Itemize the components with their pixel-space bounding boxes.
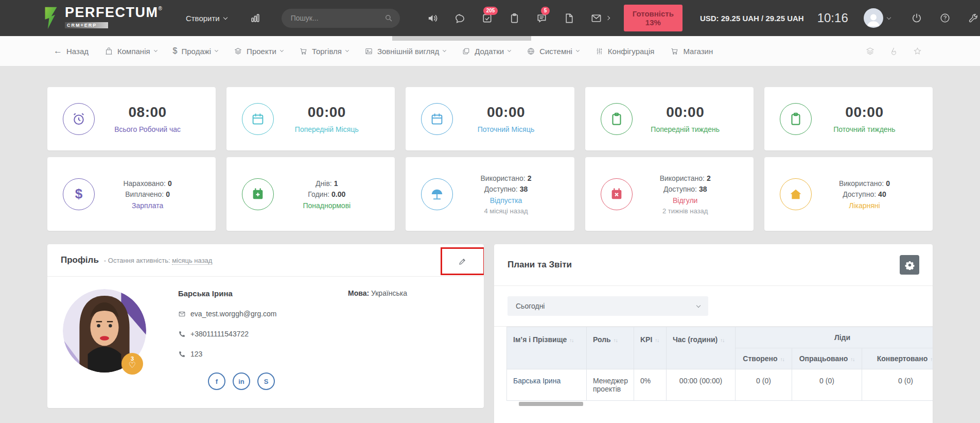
- menu-system[interactable]: Системні: [527, 47, 579, 56]
- profile-phone[interactable]: +38011111543722: [190, 330, 249, 338]
- stat-label[interactable]: Всього Робочий час: [95, 125, 200, 133]
- topbar: PERFECTUM® CRM+ERP Створити 205: [0, 0, 980, 36]
- col-header-converted[interactable]: Конвертовано↑↓: [862, 348, 933, 369]
- menu-sales[interactable]: $Продажі: [173, 46, 218, 56]
- salary-link[interactable]: Зарплата: [132, 201, 163, 210]
- stat-label[interactable]: Поточний Місяць: [453, 125, 558, 133]
- perfectum-logo[interactable]: PERFECTUM® CRM+ERP: [43, 6, 162, 30]
- profile-photo[interactable]: 3♡: [63, 289, 146, 373]
- documents-button[interactable]: [563, 12, 575, 24]
- plans-settings-button[interactable]: [900, 255, 919, 275]
- cart-icon: [670, 47, 679, 56]
- chevron-down-icon: [696, 303, 701, 307]
- row-time: 00:00 (00:00): [667, 369, 736, 401]
- stat-label[interactable]: Попередній тиждень: [633, 125, 738, 133]
- tasks-button[interactable]: 205: [481, 12, 493, 24]
- linkedin-icon[interactable]: in: [233, 373, 250, 390]
- file-icon: [563, 12, 575, 24]
- clipboard-icon: [609, 111, 624, 127]
- menu-trade[interactable]: Торгівля: [299, 47, 348, 56]
- profile-panel: Профіль - Остання активність: місяць наз…: [47, 244, 484, 408]
- edit-profile-button[interactable]: [452, 252, 473, 270]
- create-menu[interactable]: Створити: [186, 14, 227, 23]
- col-header-time[interactable]: Час (години)↑↓: [667, 327, 736, 369]
- stat-card-days-off: Використано:2 Доступно:38 Відгули 2 тижн…: [585, 157, 754, 231]
- menu-company[interactable]: Компанія: [104, 47, 157, 56]
- horizontal-scrollbar[interactable]: [519, 402, 583, 406]
- last-activity-value[interactable]: місяць назад: [172, 257, 212, 265]
- sort-icon: ↑↓: [569, 337, 573, 343]
- stat-label[interactable]: Попередній Місяць: [274, 125, 379, 133]
- search-input[interactable]: [282, 9, 400, 28]
- search-icon[interactable]: [384, 13, 393, 23]
- vacation-link[interactable]: Відпустка: [490, 196, 522, 205]
- settings-tools-button[interactable]: [968, 12, 979, 24]
- col-group-leads: Ліди: [736, 327, 933, 348]
- chat-button[interactable]: [454, 12, 466, 24]
- clipboard-button[interactable]: [509, 12, 520, 24]
- menu-appearance[interactable]: Зовнішній вигляд: [364, 47, 446, 56]
- skype-icon[interactable]: S: [257, 373, 275, 390]
- calendar-icon: [250, 111, 266, 127]
- chevron-down-icon: [215, 48, 218, 52]
- stat-card-overtime: Днів:1 Годин:0.00 Понаднормові: [226, 157, 395, 231]
- period-select[interactable]: Сьогодні: [507, 296, 708, 316]
- likes-badge[interactable]: 3♡: [121, 353, 143, 375]
- stat-card-vacation: Використано:2 Доступно:38 Відпустка 4 мі…: [406, 157, 574, 231]
- facebook-icon[interactable]: f: [208, 373, 225, 390]
- layers-view-button[interactable]: [865, 46, 875, 56]
- readiness-button[interactable]: Готовність 13%: [624, 5, 682, 31]
- stat-label[interactable]: Поточний тиждень: [812, 125, 917, 133]
- sort-icon: ↑↓: [780, 357, 784, 362]
- days-off-link[interactable]: Відгули: [673, 196, 697, 205]
- col-header-name[interactable]: Ім’я і Прізвище↑↓: [507, 327, 587, 369]
- sort-icon: ↑↓: [720, 337, 724, 343]
- overtime-link[interactable]: Понаднормові: [303, 201, 351, 210]
- sick-leave-link[interactable]: Лікарняні: [849, 201, 880, 210]
- user-menu[interactable]: [864, 8, 890, 28]
- stat-value: 00:00: [453, 104, 558, 121]
- plans-title: Плани та Звіти: [507, 260, 572, 270]
- back-button[interactable]: ←Назад: [54, 46, 89, 56]
- calendar-plus-icon: [251, 187, 265, 201]
- table-row: Барська Ірина Менеджер проектів 0% 00:00…: [507, 369, 933, 401]
- days-off-ago: 2 тижнів назад: [633, 207, 738, 215]
- favorites-button[interactable]: [913, 46, 922, 56]
- row-employee-name[interactable]: Барська Ірина: [507, 369, 587, 401]
- col-header-created[interactable]: Створено↑↓: [736, 348, 792, 369]
- mail-button[interactable]: [590, 12, 609, 24]
- dashboard-chart-button[interactable]: [250, 12, 261, 24]
- col-header-kpi[interactable]: KPI↑↓: [634, 327, 667, 369]
- menu-addons[interactable]: Додатки: [462, 47, 511, 56]
- col-header-role[interactable]: Роль↑↓: [587, 327, 634, 369]
- profile-email[interactable]: eva_test.worggh@grg.com: [190, 310, 277, 318]
- stat-card-current-week: 00:00Поточний тиждень: [764, 87, 933, 150]
- hot-actions-button[interactable]: [889, 46, 899, 56]
- announcements-button[interactable]: [427, 12, 439, 24]
- help-button[interactable]: [939, 12, 951, 24]
- hr-stats-row: $ Нараховано:0 Виплачено:0 Зарплата Днів…: [47, 157, 933, 231]
- bar-chart-icon: [250, 12, 261, 24]
- topbar-icon-group: 205 5: [427, 12, 609, 24]
- gear-icon: [905, 260, 915, 270]
- comments-button[interactable]: 5: [536, 12, 548, 24]
- logout-button[interactable]: [911, 12, 922, 24]
- home-icon: [789, 187, 803, 201]
- menu-shop[interactable]: Магазин: [670, 47, 713, 56]
- stat-card-salary: $ Нараховано:0 Виплачено:0 Зарплата: [47, 157, 216, 231]
- calendar-x-icon: [609, 187, 624, 201]
- dropdown-shadow: [392, 36, 531, 41]
- col-header-processed[interactable]: Опрацьовано↑↓: [792, 348, 862, 369]
- chat-bubble-icon: [454, 12, 466, 24]
- image-icon: [364, 47, 373, 56]
- sort-icon: ↑↓: [614, 337, 618, 343]
- calendar-icon: [429, 111, 445, 127]
- row-leads-created: 0 (0): [736, 369, 792, 401]
- profile-phone-2[interactable]: 123: [190, 350, 202, 358]
- menu-projects[interactable]: Проекти: [234, 47, 283, 56]
- clipboard-icon: [509, 12, 520, 24]
- menu-configuration[interactable]: Конфігурація: [595, 47, 655, 56]
- building-icon: [104, 47, 113, 56]
- dollar-icon: $: [75, 186, 82, 202]
- flame-icon: [889, 46, 899, 56]
